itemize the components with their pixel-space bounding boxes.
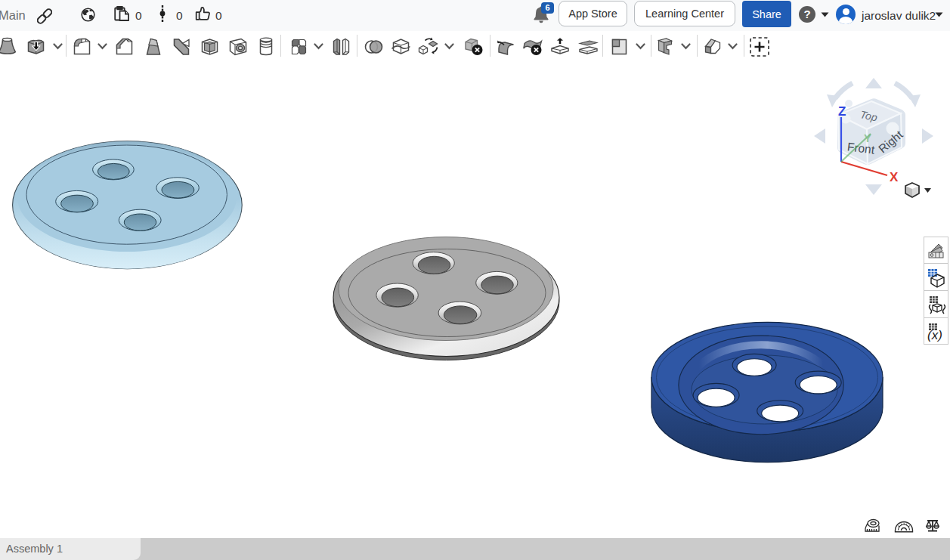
svg-text:X: X [890,170,899,184]
svg-text:(x): (x) [927,328,942,342]
svg-text:Y: Y [864,131,871,144]
svg-text:Z: Z [838,104,846,119]
